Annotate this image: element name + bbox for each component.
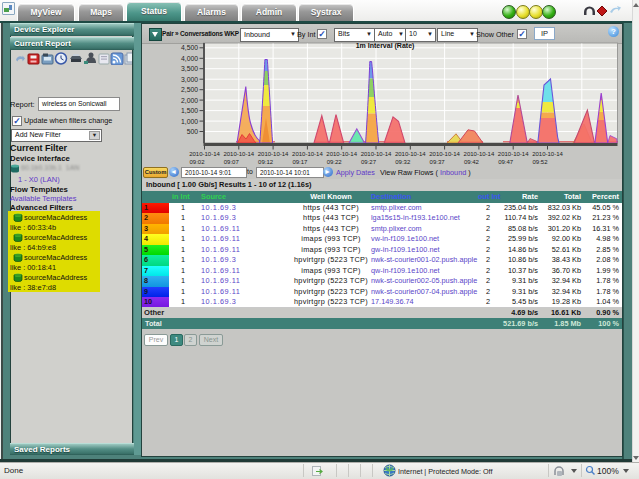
svg-text:09:47: 09:47 [498, 159, 514, 165]
svg-text:09:17: 09:17 [292, 159, 308, 165]
svg-text:4,500: 4,500 [181, 44, 198, 51]
svg-text:09:52: 09:52 [532, 159, 548, 165]
svg-text:2,500: 2,500 [181, 86, 198, 93]
svg-text:2010-10-14: 2010-10-14 [361, 151, 392, 157]
svg-text:09:07: 09:07 [224, 159, 240, 165]
svg-text:2010-10-14: 2010-10-14 [395, 151, 426, 157]
svg-text:2010-10-14: 2010-10-14 [292, 151, 323, 157]
svg-text:09:02: 09:02 [189, 159, 205, 165]
svg-text:1,000: 1,000 [181, 118, 198, 125]
svg-text:2,000: 2,000 [181, 97, 198, 104]
svg-text:09:12: 09:12 [258, 159, 274, 165]
svg-text:2010-10-14: 2010-10-14 [258, 151, 289, 157]
svg-text:09:22: 09:22 [327, 159, 343, 165]
svg-text:500: 500 [187, 128, 199, 135]
svg-text:4,000: 4,000 [181, 55, 198, 62]
svg-text:09:32: 09:32 [395, 159, 411, 165]
svg-text:2010-10-14: 2010-10-14 [189, 151, 220, 157]
svg-text:2010-10-14: 2010-10-14 [498, 151, 529, 157]
svg-text:3,500: 3,500 [181, 65, 198, 72]
svg-text:2010-10-14: 2010-10-14 [464, 151, 495, 157]
svg-text:1m Interval (Rate): 1m Interval (Rate) [356, 42, 415, 50]
svg-text:09:27: 09:27 [361, 159, 377, 165]
svg-text:2010-10-14: 2010-10-14 [532, 151, 563, 157]
svg-text:1,500: 1,500 [181, 107, 198, 114]
svg-text:2010-10-14: 2010-10-14 [223, 151, 254, 157]
svg-text:09:42: 09:42 [464, 159, 480, 165]
svg-text:2010-10-14: 2010-10-14 [429, 151, 460, 157]
svg-text:09:37: 09:37 [430, 159, 446, 165]
svg-text:2010-10-14: 2010-10-14 [326, 151, 357, 157]
svg-text:3,000: 3,000 [181, 76, 198, 83]
